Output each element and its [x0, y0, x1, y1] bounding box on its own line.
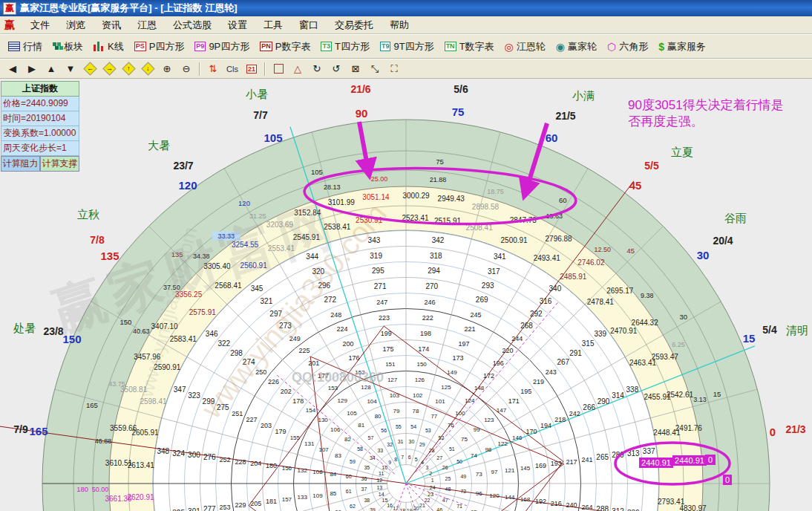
- shift-right-button[interactable]: →: [99, 60, 119, 77]
- rotate-cw-button[interactable]: ↻: [307, 60, 327, 77]
- calc-resistance-button[interactable]: 计算阻力: [1, 156, 40, 172]
- kline-button[interactable]: K线: [90, 38, 128, 56]
- menu-item-9[interactable]: 交易委托: [327, 17, 382, 33]
- 9t-square-button[interactable]: T99T四方形: [376, 38, 438, 56]
- menu-item-6[interactable]: 设置: [220, 17, 255, 33]
- menu-item-2[interactable]: 浏览: [58, 17, 94, 33]
- spiral-number: 224: [336, 325, 347, 333]
- toolbar-main: 行情板块K线PSP四方形P99P四方形PNP数字表T3T四方形T99T四方形TN…: [0, 34, 812, 59]
- price-inner: 2575.91: [189, 308, 217, 316]
- rim-label: 45: [629, 179, 642, 192]
- spiral-number: 219: [533, 378, 544, 385]
- menu-item-3[interactable]: 资讯: [94, 17, 129, 33]
- grid-icon: [8, 42, 20, 51]
- spiral-number: 223: [379, 314, 390, 322]
- degree-label: 165: [86, 401, 98, 409]
- hexagon-button[interactable]: ⬡六角形: [603, 38, 652, 56]
- annotation-note-line1: 90度3051得失决定着行情是: [628, 97, 811, 114]
- rim-label: 60: [546, 131, 558, 144]
- spiral-number: 7: [401, 455, 404, 460]
- spiral-number: 342: [432, 236, 445, 244]
- fraction-label: 21.88: [430, 176, 447, 183]
- sector-button[interactable]: 板块: [49, 38, 87, 56]
- updown-axis-button[interactable]: ⇅: [203, 60, 223, 77]
- nav-up-button[interactable]: ▲: [42, 60, 61, 77]
- nav-right-button[interactable]: ▶: [22, 60, 42, 77]
- highlight-value: 0: [725, 475, 730, 484]
- fraction-label: 6.25: [672, 341, 685, 348]
- nav-down-button[interactable]: ▼: [61, 60, 80, 77]
- symbol-title: 上证指数: [1, 81, 79, 97]
- cls-button[interactable]: Cls: [223, 60, 242, 77]
- clear-box-button[interactable]: ⊠: [346, 60, 365, 77]
- winner-service-button[interactable]: $赢家服务: [655, 38, 710, 56]
- rim-label: 清明: [786, 324, 808, 336]
- spiral-number: 121: [505, 467, 515, 474]
- rim-label: 75: [452, 105, 465, 118]
- spiral-number: 74: [471, 452, 477, 459]
- spiral-number: 347: [174, 385, 186, 394]
- gann-wheel-button[interactable]: ◎江恩轮: [501, 38, 549, 56]
- spiral-number: 179: [275, 428, 286, 435]
- price-inner: 2470.91: [610, 327, 638, 335]
- zoom-out-button[interactable]: ⊖: [177, 60, 196, 77]
- spiral-number: 324: [172, 449, 185, 458]
- draw-rect-button[interactable]: [269, 60, 288, 77]
- rotate-ccw-button[interactable]: ↺: [327, 60, 346, 77]
- degree-label: 120: [238, 199, 250, 207]
- shift-down-button[interactable]: ↓: [138, 60, 157, 77]
- menu-item-4[interactable]: 江恩: [129, 17, 165, 33]
- rim-label: 30: [697, 249, 710, 261]
- menu-item-1[interactable]: 文件: [22, 17, 58, 33]
- info-coefficient: 变换系数=1.00000: [1, 126, 79, 141]
- degree-label: 180: [76, 485, 88, 493]
- t-square-button[interactable]: T3T四方形: [317, 38, 373, 56]
- spiral-number: 222: [422, 314, 433, 322]
- shift-left-button[interactable]: ←: [80, 60, 99, 77]
- spiral-number: 77: [430, 413, 437, 420]
- spiral-number: 6: [408, 455, 411, 460]
- spiral-number: 123: [484, 417, 494, 423]
- spiral-number: 204: [250, 460, 261, 467]
- spiral-number: 125: [441, 384, 451, 391]
- shift-up-button[interactable]: ↑: [119, 60, 138, 77]
- spiral-number: 157: [282, 496, 292, 503]
- spiral-number: 13: [376, 485, 382, 490]
- spiral-number: 131: [304, 440, 315, 447]
- gann-wheel-canvas[interactable]: 1234567891011121314151617181920212223242…: [0, 79, 812, 511]
- menu-item-8[interactable]: 窗口: [291, 17, 327, 33]
- winner-wheel-button[interactable]: ◉赢家轮: [552, 38, 600, 56]
- calendar-button[interactable]: 21: [242, 60, 261, 77]
- spiral-number: 176: [348, 354, 359, 362]
- 9p-square-button[interactable]: P99P四方形: [191, 38, 253, 56]
- nav-left-button[interactable]: ◀: [3, 60, 22, 77]
- zoom-in-button[interactable]: ⊕: [157, 60, 177, 77]
- p-square-button[interactable]: PSP四方形: [131, 38, 189, 56]
- p-table-button[interactable]: PNP数字表: [256, 38, 314, 56]
- spiral-number: 38: [364, 498, 370, 503]
- spiral-number: 151: [385, 361, 396, 368]
- badge-icon: T9: [380, 42, 391, 51]
- spiral-number: 322: [218, 339, 231, 348]
- menu-item-7[interactable]: 工具: [255, 17, 291, 33]
- calc-support-button[interactable]: 计算支撑: [40, 156, 79, 172]
- spiral-number: 30: [409, 439, 415, 444]
- spiral-number: 46: [436, 507, 442, 511]
- scale-button[interactable]: ⤡: [365, 60, 384, 77]
- market-button[interactable]: 行情: [4, 38, 46, 56]
- price-outer: 2644.32: [632, 319, 659, 327]
- price-inner: 2478.41: [587, 298, 615, 306]
- t-table-button[interactable]: TNT数字表: [441, 38, 498, 56]
- menu-item-5[interactable]: 公式选股: [165, 17, 220, 33]
- badge-icon: T3: [321, 42, 332, 51]
- spiral-number: 128: [361, 384, 371, 391]
- info-panel: 上证指数 价格=2440.9099时间=20190104变换系数=1.00000…: [1, 81, 79, 172]
- spiral-number: 75: [461, 436, 468, 443]
- spiral-number: 51: [449, 446, 455, 452]
- menu-item-10[interactable]: 帮助: [382, 17, 417, 33]
- draw-triangle-button[interactable]: △: [288, 60, 307, 77]
- rim-label: 7/8: [90, 234, 105, 246]
- easel-button[interactable]: ⛶: [384, 60, 404, 77]
- toolbar-button-label: 板块: [64, 40, 83, 53]
- spiral-number: 100: [455, 410, 465, 417]
